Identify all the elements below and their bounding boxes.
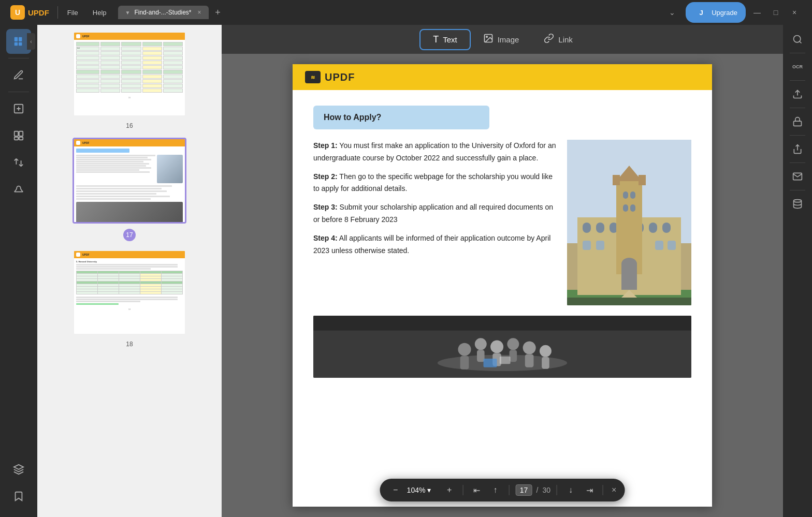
svg-rect-24 [630, 191, 635, 199]
svg-rect-40 [460, 356, 469, 370]
link-tool-button[interactable]: Link [531, 29, 585, 50]
tab-close-button[interactable]: × [198, 9, 201, 16]
sidebar-edge-toggle[interactable]: ‹ [27, 33, 35, 50]
svg-rect-1 [19, 37, 22, 41]
thumb16-logo [76, 34, 80, 38]
text-tool-button[interactable]: T Text [419, 29, 471, 50]
svg-rect-6 [19, 131, 23, 136]
right-search-icon[interactable] [787, 29, 808, 50]
thumb18-body: 5. Harvard University [74, 258, 185, 307]
right-extract-icon[interactable] [787, 84, 808, 105]
right-sep-2 [790, 80, 805, 81]
svg-point-11 [486, 36, 487, 37]
svg-rect-23 [623, 191, 628, 199]
svg-rect-8 [19, 137, 23, 140]
right-email-icon[interactable] [787, 166, 808, 187]
sidebar-icon-layers[interactable] [6, 457, 31, 482]
svg-rect-50 [542, 357, 549, 369]
help-menu[interactable]: Help [85, 6, 114, 20]
step-3-para: Step 3: Submit your scholarship applicat… [313, 201, 557, 226]
page-header-logo: ≋ UPDF [305, 71, 355, 83]
sidebar-icon-edit[interactable] [6, 96, 31, 121]
thumb17-logo [76, 141, 80, 145]
zoom-percentage: 104% [407, 486, 426, 494]
zoom-level-display: 104% ▾ [407, 486, 438, 494]
current-page-input[interactable] [516, 484, 532, 496]
zoom-out-button[interactable]: − [388, 483, 403, 497]
sidebar-icon-pages[interactable]: ‹ [6, 29, 31, 54]
page-header-logo-icon: ≋ [305, 71, 321, 83]
close-button[interactable]: × [787, 5, 802, 20]
zoom-sep-3 [557, 485, 557, 495]
svg-rect-46 [510, 350, 517, 362]
right-sep-3 [790, 108, 805, 108]
sidebar-icon-bookmark[interactable] [6, 484, 31, 509]
svg-rect-0 [15, 37, 18, 41]
thumbnail-item-16[interactable]: UPDF text [46, 31, 213, 129]
sidebar-bottom [0, 457, 37, 513]
tab-dropdown-icon[interactable]: ▼ [125, 10, 130, 16]
sidebar-top: ‹ [0, 29, 37, 202]
file-menu[interactable]: File [60, 6, 85, 20]
zoom-sep-1 [463, 485, 463, 495]
svg-point-45 [507, 338, 519, 350]
maximize-button[interactable]: □ [769, 5, 783, 20]
right-sep-6 [790, 190, 805, 190]
thumbnail-frame-16: UPDF text [72, 31, 186, 117]
sidebar-icon-annotation[interactable] [6, 63, 31, 87]
nav-prev-button[interactable]: ↑ [488, 483, 503, 497]
thumbnail-item-17[interactable]: UPDF [46, 138, 213, 241]
thumb18-logo [76, 253, 80, 257]
sidebar-icon-sign[interactable] [6, 177, 31, 202]
step-4-text: All applicants will be informed of their… [313, 234, 550, 255]
svg-rect-53 [313, 316, 691, 331]
upgrade-button[interactable]: J Upgrade [686, 2, 746, 23]
thumbnail-item-18[interactable]: UPDF 5. Harvard University [46, 249, 213, 348]
nav-next-button[interactable]: ↓ [563, 483, 578, 497]
left-sidebar: ‹ [0, 25, 37, 517]
svg-rect-2 [15, 42, 18, 46]
zoom-sep-2 [509, 485, 510, 495]
svg-rect-26 [630, 204, 635, 212]
page-num-16: 16 [126, 122, 133, 129]
minimize-button[interactable]: — [750, 5, 764, 20]
new-tab-button[interactable]: + [211, 5, 225, 20]
image-tool-button[interactable]: Image [471, 29, 532, 50]
zoom-in-button[interactable]: + [442, 483, 457, 497]
right-database-icon[interactable] [787, 194, 808, 214]
active-tab[interactable]: ▼ Find-and-...-Studies* × [118, 6, 209, 19]
page-separator: / [536, 486, 539, 494]
zoom-bar: − 104% ▾ + ⇤ ↑ / 30 ↓ ⇥ × [380, 479, 625, 501]
svg-rect-28 [613, 175, 620, 185]
sidebar-icon-convert[interactable] [6, 150, 31, 175]
nav-first-button[interactable]: ⇤ [470, 483, 484, 497]
svg-rect-7 [15, 137, 18, 140]
svg-rect-57 [794, 121, 802, 126]
page-preview-17: UPDF [74, 139, 185, 222]
step-2-para: Step 2: Then go to the specific webpage … [313, 171, 557, 196]
thumbnail-frame-17: UPDF [72, 138, 186, 224]
svg-rect-42 [477, 350, 485, 362]
step-1-para: Step 1: You must first make an applicati… [313, 140, 557, 165]
right-share-icon[interactable] [787, 139, 808, 159]
pdf-viewer[interactable]: ≋ UPDF How to Apply? Step 1: You must fi… [222, 54, 783, 517]
text-tool-icon: T [433, 34, 439, 45]
steps-image-row: Step 1: You must first make an applicati… [313, 140, 691, 305]
svg-point-49 [540, 345, 552, 357]
sidebar-icon-organize[interactable] [6, 123, 31, 148]
how-to-apply-box: How to Apply? [313, 106, 489, 129]
top-toolbar: T Text Image Link [222, 25, 783, 54]
oxford-building-image [567, 140, 691, 305]
nav-last-button[interactable]: ⇥ [582, 483, 597, 497]
right-ocr-icon[interactable]: OCR [787, 56, 808, 77]
tab-list-button[interactable]: ⌄ [665, 6, 679, 19]
svg-rect-25 [623, 204, 628, 212]
step-3-text: Submit your scholarship application and … [313, 203, 553, 224]
right-security-icon[interactable] [787, 111, 808, 132]
svg-point-41 [475, 338, 487, 350]
divider1 [8, 58, 29, 58]
text-tool-label: Text [443, 35, 457, 44]
zoom-dropdown-icon[interactable]: ▾ [427, 486, 431, 494]
zoom-bar-close-button[interactable]: × [612, 485, 616, 495]
separator [57, 6, 58, 19]
